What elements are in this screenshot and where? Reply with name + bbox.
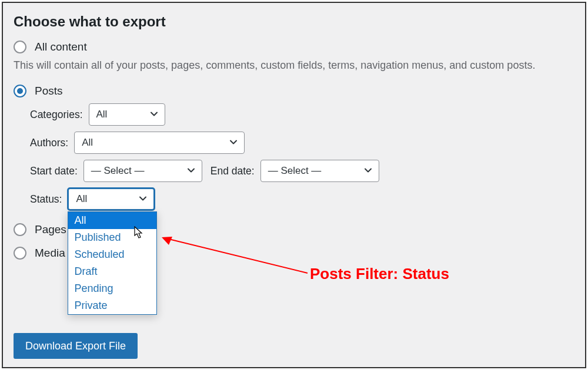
annotation-label: Posts Filter: Status — [310, 265, 449, 283]
radio-all-content[interactable] — [14, 41, 26, 53]
authors-label: Authors: — [30, 137, 68, 149]
categories-select-value: All — [96, 109, 108, 120]
categories-select[interactable]: All — [89, 103, 165, 126]
export-panel: Choose what to export All content This w… — [2, 2, 586, 368]
end-date-select[interactable]: — Select — — [260, 160, 379, 182]
status-option-scheduled[interactable]: Scheduled — [68, 246, 156, 263]
page-title: Choose what to export — [14, 14, 574, 30]
radio-row-posts[interactable]: Posts — [14, 85, 574, 97]
status-option-all[interactable]: All — [68, 212, 156, 229]
radio-all-content-label: All content — [35, 41, 87, 53]
status-option-private[interactable]: Private — [68, 297, 156, 314]
status-select-value: All — [76, 193, 87, 205]
download-export-button-label: Download Export File — [25, 340, 126, 352]
radio-posts[interactable] — [14, 85, 26, 97]
all-content-description: This will contain all of your posts, pag… — [14, 59, 574, 72]
download-export-button[interactable]: Download Export File — [14, 333, 138, 359]
categories-label: Categories: — [30, 109, 83, 121]
radio-pages[interactable] — [14, 223, 26, 236]
start-date-select-value: — Select — — [91, 165, 145, 177]
radio-row-all-content[interactable]: All content — [14, 41, 574, 53]
authors-select[interactable]: All — [74, 132, 245, 154]
posts-filters: Categories: All Authors: All Start date:… — [30, 103, 574, 210]
chevron-down-icon — [186, 166, 196, 175]
chevron-down-icon — [229, 137, 238, 147]
end-date-label: End date: — [211, 165, 255, 177]
status-select-wrap: All All Published Scheduled Draft Pendin… — [68, 188, 155, 210]
radio-media[interactable] — [14, 247, 26, 260]
start-date-label: Start date: — [30, 165, 78, 177]
chevron-down-icon — [138, 194, 148, 203]
status-option-pending[interactable]: Pending — [68, 280, 156, 297]
chevron-down-icon — [149, 109, 159, 119]
radio-posts-label: Posts — [35, 85, 63, 97]
start-date-select[interactable]: — Select — — [83, 160, 202, 182]
annotation-arrow-icon — [161, 233, 490, 292]
radio-media-label: Media — [35, 247, 65, 260]
status-label: Status: — [30, 193, 62, 206]
status-option-published[interactable]: Published — [68, 229, 156, 246]
authors-select-value: All — [82, 137, 93, 149]
status-dropdown[interactable]: All Published Scheduled Draft Pending Pr… — [68, 211, 157, 315]
status-select[interactable]: All — [68, 188, 155, 210]
status-option-draft[interactable]: Draft — [68, 263, 156, 280]
svg-marker-1 — [162, 237, 172, 245]
end-date-select-value: — Select — — [268, 165, 322, 177]
radio-pages-label: Pages — [35, 223, 66, 236]
chevron-down-icon — [363, 166, 373, 175]
